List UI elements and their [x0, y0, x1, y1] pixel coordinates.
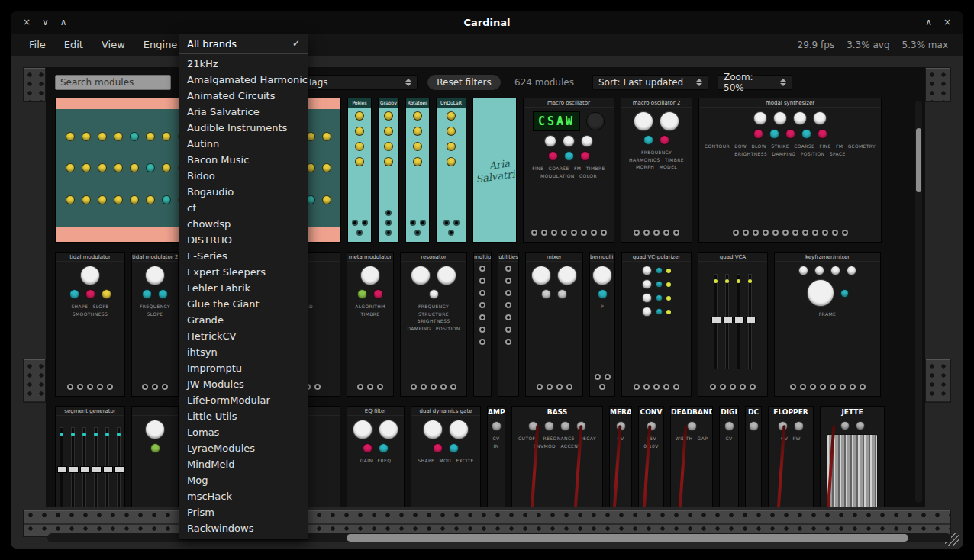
module-title [132, 407, 178, 416]
brand-option-lomas[interactable]: Lomas [179, 424, 308, 440]
brand-option-mschack[interactable]: mscHack [179, 488, 308, 504]
module-grabby[interactable]: Grabby [378, 98, 399, 243]
module-mera[interactable]: MERACV [609, 406, 632, 507]
module-segment-generator[interactable]: segment generatorSHAPE/TIME [55, 406, 125, 507]
brand-option-fehler-fabrik[interactable]: Fehler Fabrik [179, 280, 308, 296]
tags-select[interactable]: Tags [302, 75, 418, 90]
module-labels: ALGORITHM TIMBRE [349, 303, 392, 317]
module-flopper[interactable]: FLOPPERCV PW [768, 406, 814, 507]
module-eq-filter[interactable]: EQ filterGAIN FREQ [347, 406, 405, 507]
module-macro-oscillator-2[interactable]: macro oscillator 2FREQUENCY HARMONICS TI… [621, 98, 692, 243]
module-title: DC [746, 407, 761, 417]
module-unlabeled[interactable]: Aria Salvatrice [472, 98, 517, 243]
module-title: FLOPPER [769, 407, 813, 417]
module-utilities[interactable]: utilities [498, 252, 519, 397]
module-labels: FREQUENCY HARMONICS TIMBRE MORPH MODEL [623, 149, 690, 171]
knob [548, 151, 558, 161]
module-dc[interactable]: DC [745, 406, 762, 507]
vertical-scrollbar[interactable] [915, 101, 922, 503]
updown-icon [780, 79, 786, 86]
menu-file[interactable]: File [21, 37, 53, 52]
module-undular[interactable]: UnDuLaR [436, 98, 466, 243]
brand-option-audible-instruments[interactable]: Audible Instruments [179, 120, 308, 136]
brand-option-all-brands[interactable]: All brands ✓ [179, 34, 308, 53]
module-rotatoes[interactable]: Rotatoes [405, 98, 430, 243]
menu-engine[interactable]: Engine [136, 37, 185, 52]
brand-option-cf[interactable]: cf [179, 200, 308, 216]
jack [643, 384, 650, 390]
brand-option-glue-the-giant[interactable]: Glue the Giant [179, 296, 308, 312]
brand-option-hetrickcv[interactable]: HetrickCV [179, 328, 308, 344]
jack [479, 339, 485, 345]
vertical-scrollbar-thumb[interactable] [916, 128, 921, 192]
module-meta-modulator[interactable]: meta modulatorALGORITHM TIMBRE [347, 252, 394, 397]
module-quad-vc-polarizer[interactable]: quad VC-polarizer [621, 252, 692, 397]
jack [107, 384, 113, 390]
module-tidal-modulator[interactable]: tidal modulatorSHAPE SLOPE SMOOTHNESS [55, 252, 125, 397]
brand-option-animated-circuits[interactable]: Animated Circuits [179, 88, 308, 104]
jack [356, 230, 363, 236]
module-quad-vca[interactable]: quad VCA [698, 252, 768, 397]
module-title: Pokies [348, 98, 371, 108]
close-patch-icon[interactable]: × [943, 17, 951, 27]
module-tidal-modulator-2[interactable]: tidal modulator 2FREQUENCY SLOPE [131, 252, 179, 397]
sort-select[interactable]: Sort: Last updated [592, 75, 708, 90]
module-modal-synthesizer[interactable]: modal synthesizerCONTOUR BOW BLOW STRIKE… [698, 98, 882, 243]
module-dual-dynamics-gate[interactable]: dual dynamics gateSHAPE MOD EXCITE [411, 406, 481, 507]
module-mixer[interactable]: mixer [525, 252, 583, 397]
module-unlabeled[interactable] [131, 406, 179, 507]
brand-option-jw-modules[interactable]: JW-Modules [179, 376, 308, 392]
updown-icon [405, 79, 411, 86]
brand-option-lyraemodules[interactable]: LyraeModules [179, 440, 308, 456]
brand-option-prism[interactable]: Prism [179, 504, 308, 520]
chevron-down-icon[interactable]: ∨ [42, 17, 49, 27]
module-bass[interactable]: BASSCUTOFF RESONANCE DECAY ENVMOD ACCENT [511, 406, 603, 507]
brand-option-chowdsp[interactable]: chowdsp [179, 216, 308, 232]
chevron-up-icon[interactable]: ∧ [60, 17, 67, 27]
brand-option-rackwindows[interactable]: Rackwindows [179, 520, 308, 536]
module-jette[interactable]: JETTE [820, 406, 885, 507]
brand-option-grande[interactable]: Grande [179, 312, 308, 328]
brand-option-bacon-music[interactable]: Bacon Music [179, 152, 308, 168]
menu-edit[interactable]: Edit [56, 37, 91, 52]
close-icon[interactable]: × [23, 17, 31, 27]
brand-option-expert-sleepers[interactable]: Expert Sleepers [179, 264, 308, 280]
knob [447, 127, 456, 136]
module-deadband[interactable]: DEADBANDWIDTH GAP [670, 406, 713, 507]
module-pokies[interactable]: Pokies [347, 98, 372, 243]
brand-option-impromptu[interactable]: Impromptu [179, 360, 308, 376]
brand-option-little-utils[interactable]: Little Utils [179, 408, 308, 424]
menu-view[interactable]: View [94, 37, 133, 52]
brand-option-mindmeld[interactable]: MindMeld [179, 456, 308, 472]
brand-option-21khz[interactable]: 21kHz [179, 56, 308, 72]
module-digi[interactable]: DIGICV [719, 406, 739, 507]
module-keyframer-mixer[interactable]: keyframer/mixerFRAME [774, 252, 881, 397]
module-resonator[interactable]: resonatorFREQUENCY STRUCTURE BRIGHTNESS … [400, 252, 467, 397]
knob [353, 420, 373, 439]
knob [98, 163, 107, 172]
module-amp[interactable]: AMPCV IN [487, 406, 505, 507]
brand-option-autinn[interactable]: Autinn [179, 136, 308, 152]
brand-option-ihtsyn[interactable]: ihtsyn [179, 344, 308, 360]
module-title: BASS [512, 407, 602, 417]
brand-option-bogaudio[interactable]: Bogaudio [179, 184, 308, 200]
menu-separator [179, 53, 308, 54]
module-conv[interactable]: CONV+5V 0-10V [638, 406, 664, 507]
brand-option-distrho[interactable]: DISTRHO [179, 232, 308, 248]
brand-option-lifeformmodular[interactable]: LifeFormModular [179, 392, 308, 408]
module-macro-oscillator[interactable]: macro oscillatorCSAWFINE COARSE FM TIMBR… [523, 98, 614, 243]
slider [60, 427, 63, 507]
collapse-icon[interactable]: ∧ [925, 17, 932, 27]
brand-option-amalgamated-harmonics[interactable]: Amalgamated Harmonics [179, 72, 308, 88]
brand-option-aria-salvatrice[interactable]: Aria Salvatrice [179, 104, 308, 120]
horizontal-scrollbar-thumb[interactable] [347, 534, 908, 542]
module-bernoulli-gate[interactable]: bernoulli gateP [589, 252, 615, 397]
search-input[interactable] [55, 75, 171, 90]
reset-filters-button[interactable]: Reset filters [427, 75, 501, 90]
module-multiples[interactable]: multiples [473, 252, 492, 397]
zoom-select[interactable]: Zoom: 50% [718, 75, 792, 90]
brand-option-bidoo[interactable]: Bidoo [179, 168, 308, 184]
brand-option-e-series[interactable]: E-Series [179, 248, 308, 264]
knob [82, 132, 91, 141]
brand-option-mog[interactable]: Mog [179, 472, 308, 488]
